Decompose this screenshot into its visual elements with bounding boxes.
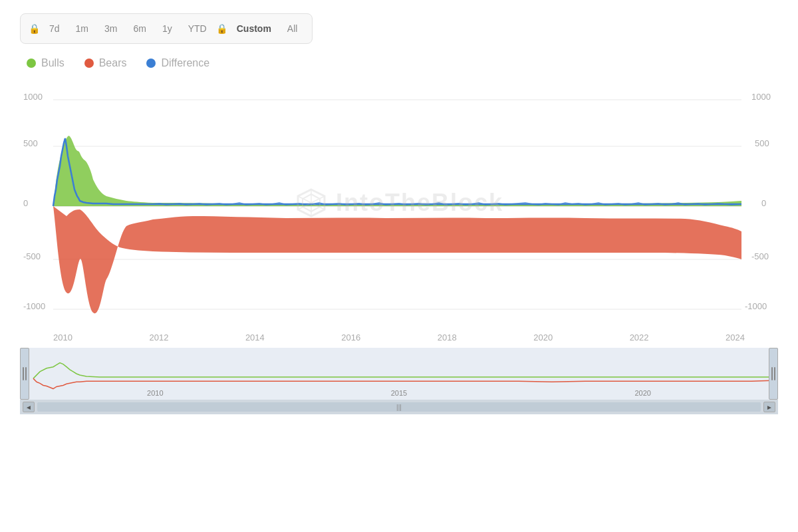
x-label-2010: 2010: [53, 332, 72, 342]
difference-label: Difference: [161, 57, 209, 69]
lock-icon-1: 🔒: [29, 23, 40, 34]
btn-1m[interactable]: 1m: [69, 19, 95, 38]
svg-text:-1000: -1000: [23, 301, 45, 311]
nav-right-handle-lines: [771, 367, 775, 380]
svg-text:-500: -500: [751, 251, 769, 261]
svg-text:-500: -500: [23, 251, 41, 261]
main-chart-svg: 1000 500 0 -500 -1000 1000 500 0 -500 -1…: [20, 80, 778, 326]
x-label-2014: 2014: [245, 332, 265, 342]
x-label-2022: 2022: [630, 332, 649, 342]
nav-handle-line-1: [23, 367, 24, 380]
lock-icon-2: 🔒: [216, 23, 227, 34]
navigator-svg: [20, 348, 778, 401]
svg-rect-20: [20, 348, 778, 401]
x-axis: 2010 2012 2014 2016 2018 2020 2022 2024: [20, 332, 778, 342]
nav-scroll-thumb[interactable]: |||: [37, 402, 761, 412]
bulls-label: Bulls: [41, 57, 65, 69]
bears-dot: [84, 59, 94, 68]
btn-6m[interactable]: 6m: [126, 19, 152, 38]
nav-right-handle[interactable]: [769, 348, 778, 400]
nav-handle-line-3: [771, 367, 773, 380]
svg-text:500: 500: [755, 138, 769, 148]
legend: Bulls Bears Difference: [20, 57, 778, 69]
nav-handle-line-2: [25, 367, 27, 380]
time-range-bar: 🔒 7d 1m 3m 6m 1y YTD 🔒 Custom All: [20, 13, 313, 44]
svg-text:0: 0: [761, 198, 766, 208]
btn-ytd[interactable]: YTD: [182, 19, 213, 38]
btn-1y[interactable]: 1y: [156, 19, 179, 38]
svg-text:1000: 1000: [23, 92, 43, 102]
svg-text:1000: 1000: [751, 92, 771, 102]
btn-3m[interactable]: 3m: [98, 19, 124, 38]
legend-bulls: Bulls: [27, 57, 65, 69]
navigator: 2010 2015 2020 ◄ ||| ►: [20, 348, 778, 414]
legend-bears: Bears: [84, 57, 127, 69]
svg-text:500: 500: [23, 138, 38, 148]
svg-text:-1000: -1000: [745, 301, 767, 311]
x-label-2012: 2012: [149, 332, 168, 342]
x-label-2020: 2020: [533, 332, 553, 342]
nav-left-handle[interactable]: [20, 348, 29, 400]
nav-scroll-right[interactable]: ►: [763, 402, 775, 412]
x-label-2016: 2016: [341, 332, 360, 342]
nav-scroll-bar: ◄ ||| ►: [20, 400, 778, 414]
x-label-2024: 2024: [726, 332, 745, 342]
bulls-dot: [27, 59, 36, 68]
btn-all[interactable]: All: [281, 19, 305, 38]
btn-7d[interactable]: 7d: [43, 19, 66, 38]
legend-difference: Difference: [146, 57, 209, 69]
nav-left-handle-lines: [23, 367, 27, 380]
main-container: 🔒 7d 1m 3m 6m 1y YTD 🔒 Custom All Bulls …: [0, 0, 798, 532]
svg-text:0: 0: [23, 198, 28, 208]
nav-handle-line-4: [774, 367, 775, 380]
bears-label: Bears: [99, 57, 127, 69]
btn-custom[interactable]: Custom: [230, 19, 278, 38]
chart-container: 1000 500 0 -500 -1000 1000 500 0 -500 -1…: [20, 80, 778, 326]
x-label-2018: 2018: [438, 332, 457, 342]
difference-dot: [146, 59, 156, 68]
nav-scroll-left[interactable]: ◄: [23, 402, 35, 412]
